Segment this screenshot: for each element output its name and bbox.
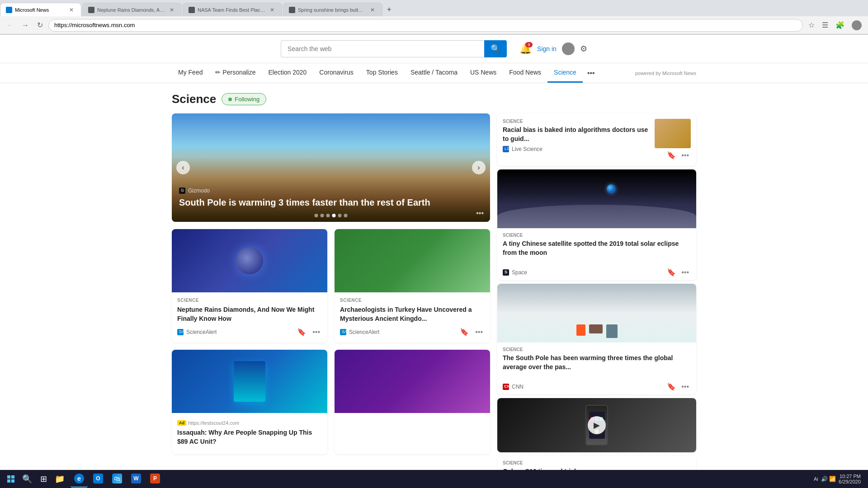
nav-item-food-news[interactable]: Food News (503, 63, 547, 83)
neptune-bookmark-button[interactable]: 🔖 (295, 327, 308, 337)
racial-bias-source-label: Live Science (512, 146, 542, 152)
word-taskbar-icon[interactable]: W (127, 470, 145, 488)
hero-prev-button[interactable]: ‹ (176, 161, 190, 174)
address-bar-row: ← → ↻ ☆ ☰ 🧩 (0, 16, 868, 34)
neptune-card-source: SA ScienceAlert (177, 329, 217, 335)
profile-button[interactable] (849, 19, 864, 32)
south-pole-article[interactable]: SCIENCE The South Pole has been warming … (497, 284, 696, 394)
start-button[interactable] (4, 472, 18, 486)
turkey-more-button[interactable]: ••• (473, 327, 485, 337)
nav-item-coronavirus[interactable]: Coronavirus (313, 63, 359, 83)
chinese-satellite-more[interactable]: ••• (679, 267, 691, 277)
turkey-card-body: SCIENCE Archaeologists in Turkey Have Un… (335, 292, 490, 343)
new-tab-button[interactable]: + (383, 3, 395, 16)
nav-more-button[interactable]: ••• (583, 64, 599, 83)
hero-next-button[interactable]: › (472, 161, 486, 174)
tab-4[interactable]: Spring sunshine brings butterfl... ✕ (283, 3, 382, 16)
windows-icon (7, 475, 14, 483)
chinese-satellite-article[interactable]: SCIENCE A tiny Chinese satellite spotted… (497, 169, 696, 280)
file-explorer-button[interactable]: 📁 (52, 472, 67, 486)
search-taskbar-button[interactable]: 🔍 (20, 472, 34, 486)
turkey-bookmark-button[interactable]: 🔖 (458, 327, 471, 337)
address-input[interactable] (48, 19, 803, 32)
settings-button[interactable]: ⚙ (580, 44, 587, 54)
header-actions: 🔔 9 Sign in ⚙ (519, 42, 587, 55)
nav-item-election-2020[interactable]: Election 2020 (262, 63, 313, 83)
hero-card[interactable]: ‹ › G Gizmodo South Pole is warming 3 ti… (172, 113, 490, 222)
nav-item-personalize[interactable]: ✏ Personalize (209, 63, 262, 83)
tab-close-3[interactable]: ✕ (268, 6, 276, 14)
msn-nav-inner: My Feed ✏ Personalize Election 2020 Coro… (163, 63, 705, 83)
tab-favicon-3 (189, 7, 195, 13)
taskbar-pinned: e O 🛍 W P (69, 470, 165, 488)
refresh-button[interactable]: ↻ (34, 19, 46, 31)
ac-ad-card[interactable]: Ad https://testscout24.com Issaquah: Why… (172, 350, 327, 454)
signin-button[interactable]: Sign in (537, 45, 557, 52)
turkey-card-footer: SA ScienceAlert 🔖 ••• (340, 327, 485, 337)
nav-item-top-stories[interactable]: Top Stories (360, 63, 404, 83)
chinese-satellite-source-label: Space (512, 269, 527, 276)
search-input[interactable] (281, 40, 484, 57)
tab-2[interactable]: Neptune Rains Diamonds, And... ✕ (82, 3, 182, 16)
tab-title-3: NASA Team Finds Best Place Fo... (198, 7, 265, 13)
taskbar-time: 10:27 PM 6/29/2020 (839, 474, 861, 484)
collections-icon[interactable]: ☰ (819, 19, 831, 31)
powerpoint-taskbar-icon[interactable]: P (146, 470, 164, 488)
forward-button[interactable]: → (19, 19, 32, 31)
tab-close-4[interactable]: ✕ (368, 6, 377, 14)
video-card[interactable]: ▶ (497, 398, 696, 452)
tab-favicon-2 (88, 7, 94, 13)
search-button[interactable]: 🔍 (484, 40, 507, 57)
science-alert-icon: SA (177, 329, 184, 335)
edge-taskbar-icon[interactable]: e (71, 470, 88, 488)
following-badge[interactable]: Following (222, 93, 266, 105)
page-title: Science (172, 92, 216, 106)
following-dot (228, 98, 232, 101)
ad-badge-icon: Ad (177, 420, 186, 426)
extensions-icon[interactable]: 🧩 (833, 19, 847, 31)
turkey-card-actions: 🔖 ••• (458, 327, 485, 337)
profile-icon[interactable] (562, 42, 575, 55)
neptune-card-tag: SCIENCE (177, 298, 322, 303)
nav-item-us-news[interactable]: US News (464, 63, 503, 83)
neptune-card[interactable]: SCIENCE Neptune Rains Diamonds, And Now … (172, 229, 327, 343)
ac-ad-title: Issaquah: Why Are People Snapping Up Thi… (177, 428, 322, 446)
favorites-icon[interactable]: ☆ (806, 19, 817, 31)
video-play-overlay: ▶ (497, 398, 696, 452)
tab-1[interactable]: Microsoft News ✕ (0, 3, 81, 16)
page-title-row: Science Following (172, 92, 696, 106)
store-taskbar-icon[interactable]: 🛍 (108, 470, 126, 488)
south-pole-bookmark[interactable]: 🔖 (665, 381, 678, 392)
south-pole-more[interactable]: ••• (679, 381, 691, 392)
hero-dot-2 (321, 214, 324, 217)
task-view-button[interactable]: ⊞ (36, 472, 51, 486)
turkey-card[interactable]: SCIENCE Archaeologists in Turkey Have Un… (335, 229, 490, 343)
hero-more-button[interactable]: ••• (476, 209, 484, 217)
ad-row: Ad https://testscout24.com Issaquah: Why… (172, 350, 490, 454)
racial-bias-bookmark[interactable]: 🔖 (665, 150, 678, 160)
nav-item-my-feed[interactable]: My Feed (172, 63, 209, 83)
neptune-more-button[interactable]: ••• (311, 327, 322, 337)
search-bar: 🔍 (281, 40, 507, 57)
nav-item-science[interactable]: Science (547, 63, 583, 83)
notifications-button[interactable]: 🔔 9 (519, 43, 532, 55)
racial-bias-more[interactable]: ••• (679, 150, 691, 160)
tab-close-2[interactable]: ✕ (168, 6, 176, 14)
video-play-button[interactable]: ▶ (588, 416, 606, 434)
main-grid: ‹ › G Gizmodo South Pole is warming 3 ti… (172, 113, 696, 483)
racial-bias-article[interactable]: SCIENCE Racial bias is baked into algori… (497, 113, 696, 166)
ad-source-url: https://testscout24.com (188, 420, 239, 426)
chinese-satellite-bookmark[interactable]: 🔖 (665, 267, 678, 277)
notification-badge: 9 (525, 42, 533, 47)
nav-item-seattle-tacoma[interactable]: Seattle / Tacoma (404, 63, 464, 83)
space-icon: S (503, 269, 509, 276)
taskbar-time-display: 10:27 PM (839, 474, 861, 479)
back-button[interactable]: ← (4, 19, 16, 31)
south-pole-source-label: CNN (512, 384, 524, 390)
tab-close-1[interactable]: ✕ (67, 6, 75, 14)
extra-card[interactable] (335, 350, 490, 454)
chinese-satellite-tag: SCIENCE (503, 233, 691, 238)
outlook-taskbar-icon[interactable]: O (90, 470, 107, 488)
tab-3[interactable]: NASA Team Finds Best Place Fo... ✕ (183, 3, 282, 16)
ac-card-body: Ad https://testscout24.com Issaquah: Why… (172, 413, 327, 454)
